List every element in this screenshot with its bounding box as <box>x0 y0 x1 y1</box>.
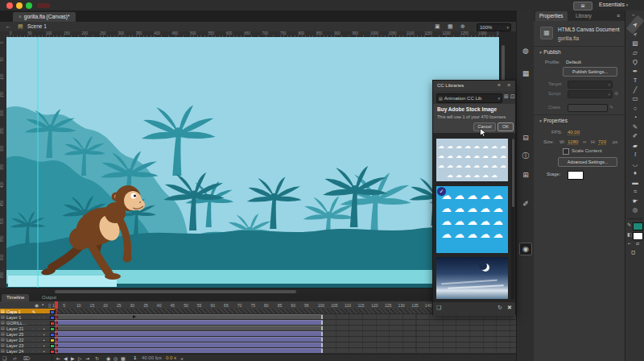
tab-properties[interactable]: Properties <box>535 11 568 21</box>
visibility-dot[interactable]: · <box>39 349 40 354</box>
eyedropper-tool[interactable]: ♦ <box>626 168 644 177</box>
polystar-tool[interactable]: ◔ <box>626 113 644 122</box>
tween-span[interactable] <box>55 348 323 353</box>
stage-color-swatch[interactable] <box>568 171 584 180</box>
edit-scene-icon[interactable]: ▣ <box>435 23 440 30</box>
onion-outline-button[interactable]: ◎ <box>114 355 118 361</box>
step-forward-button[interactable]: ▷ <box>78 355 82 361</box>
stock-thumbnail-clouds-blue[interactable]: ☁☁☁☁☁☁☁☁☁☁☁☁☁☁☁☁☁☁☁☁ ✓ <box>436 186 508 253</box>
layer-row[interactable]: ▤Layer 21··▪ <box>0 326 55 331</box>
document-tab[interactable]: ×gorilla.fla (Canvas)* <box>13 12 76 22</box>
visibility-dot[interactable]: · <box>39 326 40 331</box>
fps-indicator[interactable]: 40.00 fps <box>142 355 162 360</box>
swap-colors-icon[interactable]: ⇄ <box>636 241 639 246</box>
layer-row[interactable]: ▤GORILL…··· <box>0 320 55 326</box>
gradient-transform-tool[interactable]: ▱ <box>626 48 644 57</box>
visibility-dot[interactable]: · <box>32 343 34 348</box>
paint-bucket-tool[interactable]: ◡ <box>626 160 644 168</box>
visibility-dot[interactable]: · <box>39 338 40 342</box>
lock-icon[interactable]: ▪ <box>43 332 45 337</box>
scale-content-checkbox[interactable] <box>563 148 569 155</box>
properties-section-header[interactable]: ▼ Properties <box>539 118 568 123</box>
delete-layer-button[interactable]: ⌦ <box>23 355 30 361</box>
timeline-scroll-left-icon[interactable]: ◂ <box>180 355 183 361</box>
library-select[interactable]: ▤Animation CC Lib ▾ <box>436 93 502 103</box>
layer-frames-row[interactable] <box>55 342 516 348</box>
script-select[interactable]: ▾ <box>568 90 613 98</box>
tab-library[interactable]: Library <box>576 11 592 21</box>
lasso-tool[interactable]: Ϙ <box>626 57 644 66</box>
panel-menu-icon[interactable]: ≡ <box>507 82 510 88</box>
layer-row[interactable]: ▤Layer 24··▪ <box>0 348 55 354</box>
edit-multiple-frames-button[interactable]: ▦ <box>121 355 126 361</box>
pencil-tool[interactable]: ✎ <box>626 122 644 131</box>
text-tool[interactable]: T <box>626 76 644 85</box>
panel-expand-icon[interactable]: » <box>632 12 634 17</box>
layer-row[interactable]: ▤Layer 1··· <box>0 314 55 320</box>
stock-search-button[interactable]: ⊞ <box>573 2 592 10</box>
advanced-settings-button[interactable]: Advanced Settings... <box>558 157 617 167</box>
stroke-color-swatch[interactable] <box>633 222 643 230</box>
layer-frames-row[interactable] <box>55 326 516 331</box>
tween-span[interactable] <box>55 337 323 342</box>
swatches-panel-icon[interactable]: ▦ <box>519 67 532 80</box>
panel-menu-icon[interactable]: ≡ <box>617 13 620 19</box>
visibility-dot[interactable]: · <box>39 309 40 314</box>
brush-tool[interactable]: ✐ <box>626 131 644 140</box>
trash-icon[interactable]: ✖ <box>507 305 512 311</box>
onion-skin-button[interactable]: ◉ <box>106 355 110 361</box>
layer-row[interactable]: ▤Layer 23··▪ <box>0 342 55 348</box>
lock-icon[interactable]: ▪ <box>43 338 45 342</box>
lock-icon[interactable]: ▪ <box>43 343 45 348</box>
tab-timeline[interactable]: Timeline <box>2 294 29 301</box>
align-panel-icon[interactable]: ⊟ <box>519 131 532 144</box>
edit-class-icon[interactable]: ✎ <box>609 104 613 110</box>
go-first-button[interactable]: ⇤ <box>56 355 60 361</box>
default-colors-icon[interactable]: ▪▫ <box>628 241 631 246</box>
oval-tool[interactable]: ○ <box>626 104 644 113</box>
visibility-dot[interactable]: · <box>39 343 40 348</box>
publish-settings-button[interactable]: Publish Settings... <box>563 67 617 77</box>
panel-collapse-icon[interactable]: « <box>497 82 501 88</box>
lock-dot[interactable]: · <box>43 309 45 314</box>
visibility-dot[interactable]: · <box>39 321 40 326</box>
transform-panel-icon[interactable]: ⊞ <box>519 168 532 181</box>
layer-row[interactable]: ▤Layer 22··▪ <box>0 337 55 342</box>
lock-icon[interactable]: ▪ <box>43 326 45 331</box>
close-tab-icon[interactable]: × <box>19 14 22 19</box>
visibility-dot[interactable]: · <box>32 321 34 326</box>
layer-row[interactable]: ▤Layer 25··▪ <box>0 331 55 337</box>
loop-icon[interactable]: ↻ <box>95 355 99 361</box>
playhead[interactable] <box>55 301 58 309</box>
target-select[interactable]: ▾ <box>568 81 613 89</box>
visibility-dot[interactable]: · <box>32 338 34 342</box>
tab-output[interactable]: Output <box>37 294 61 301</box>
play-button[interactable]: ▶ <box>71 355 75 361</box>
visibility-dot[interactable]: · <box>32 315 34 320</box>
pencil-icon[interactable]: ✎ <box>32 309 35 314</box>
tween-span[interactable] <box>55 342 323 347</box>
width-tool[interactable]: ≈ <box>626 187 644 196</box>
back-icon[interactable]: ← <box>5 23 11 30</box>
stock-thumbnail-night-sky[interactable] <box>436 257 508 299</box>
sync-icon[interactable]: ↻ <box>497 305 502 311</box>
link-dimensions-icon[interactable]: ∞ <box>583 139 586 144</box>
tween-span[interactable] <box>55 331 323 336</box>
color-panel-icon[interactable]: ◍ <box>519 44 532 57</box>
width-value[interactable]: 1280 <box>568 139 578 145</box>
tween-span[interactable] <box>55 320 323 325</box>
line-tool[interactable]: ╱ <box>626 85 644 94</box>
static-span[interactable] <box>55 326 323 330</box>
fill-color-swatch[interactable] <box>633 232 643 240</box>
visibility-dot[interactable]: · <box>32 326 34 331</box>
lock-dot[interactable]: · <box>43 315 45 320</box>
step-back-button[interactable]: ◀ <box>64 355 68 361</box>
layer-frames-row[interactable] <box>55 320 516 326</box>
new-layer-button[interactable]: ❏ <box>2 355 6 361</box>
scene-breadcrumb[interactable]: Scene 1 <box>27 23 47 29</box>
visibility-dot[interactable]: · <box>39 332 40 337</box>
layer-frames-row[interactable] <box>55 348 516 354</box>
minimize-window-button[interactable] <box>16 2 23 9</box>
zoom-window-button[interactable] <box>26 2 32 9</box>
rectangle-tool[interactable]: ▭ <box>626 94 644 103</box>
